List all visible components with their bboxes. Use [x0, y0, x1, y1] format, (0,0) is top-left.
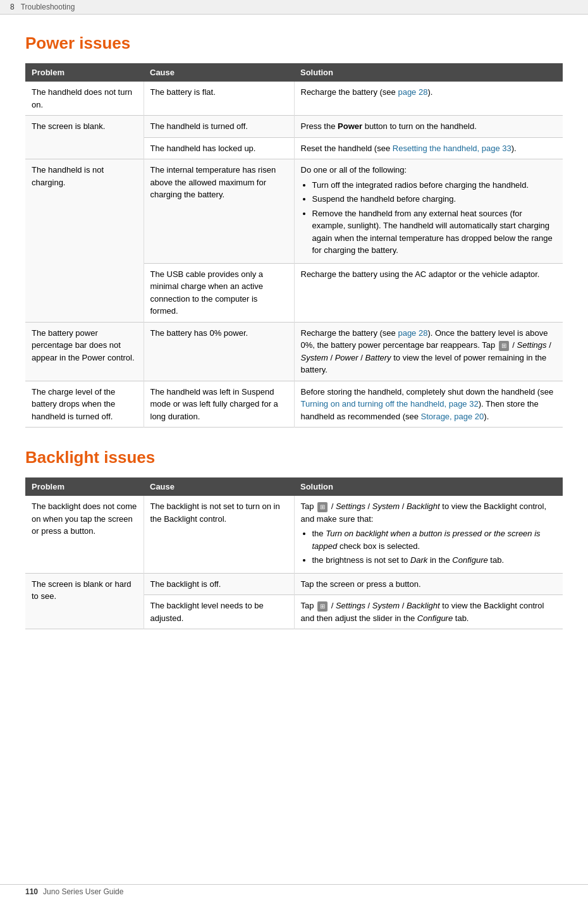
cause-cell: The handheld was left in Suspend mode or…: [144, 381, 294, 428]
solution-cell: Recharge the battery (see page 28).: [294, 82, 563, 116]
settings-icon: ⊞: [499, 341, 509, 351]
page-footer: 110 Juno Series User Guide: [0, 884, 588, 899]
table-row: The charge level of the battery drops wh…: [25, 381, 563, 428]
solution-cell: Before storing the handheld, completely …: [294, 381, 563, 428]
cause-cell: The handheld is turned off.: [144, 116, 294, 138]
page-content: Power issues Problem Cause Solution The …: [0, 15, 588, 675]
list-item: Turn off the integrated radios before ch…: [312, 179, 557, 192]
problem-cell: The charge level of the battery drops wh…: [25, 381, 144, 428]
power-issues-title: Power issues: [25, 34, 563, 53]
header-solution: Solution: [294, 63, 563, 82]
cause-cell: The backlight is not set to turn on in t…: [144, 496, 294, 573]
solution-cell: Press the Power button to turn on the ha…: [294, 116, 563, 138]
problem-cell: The battery power percentage bar does no…: [25, 322, 144, 381]
bold-text: Power: [338, 121, 362, 131]
solution-cell: Tap the screen or press a button.: [294, 573, 563, 595]
page-link[interactable]: Resetting the handheld, page 33: [393, 144, 511, 153]
table-row: The backlight does not come on when you …: [25, 496, 563, 573]
chapter-header: 8 Troubleshooting: [0, 0, 588, 15]
chapter-title-header: Troubleshooting: [21, 3, 75, 11]
solution-cell: Do one or all of the following: Turn off…: [294, 159, 563, 264]
cause-cell: The battery has 0% power.: [144, 322, 294, 381]
settings-icon: ⊞: [317, 601, 328, 612]
cause-cell: The handheld has locked up.: [144, 137, 294, 159]
table-row: The handheld does not turn on. The batte…: [25, 82, 563, 116]
cause-cell: The battery is flat.: [144, 82, 294, 116]
problem-cell: The handheld is not charging.: [25, 159, 144, 323]
solution-cell: Recharge the battery (see page 28). Once…: [294, 322, 563, 381]
solution-cell: Tap ⊞ / Settings / System / Backlight to…: [294, 595, 563, 629]
header-problem: Problem: [25, 477, 144, 496]
list-item: the brightness is not set to Dark in the…: [312, 554, 557, 567]
page-link[interactable]: page 28: [398, 87, 427, 97]
header-problem: Problem: [25, 63, 144, 82]
solution-cell: Reset the handheld (see Resetting the ha…: [294, 137, 563, 159]
backlight-issues-section: Backlight issues Problem Cause Solution …: [25, 448, 563, 629]
backlight-issues-title: Backlight issues: [25, 448, 563, 467]
header-cause: Cause: [144, 477, 294, 496]
table-row: The handheld is not charging. The intern…: [25, 159, 563, 264]
cause-cell: The backlight is off.: [144, 573, 294, 595]
power-issues-table: Problem Cause Solution The handheld does…: [25, 63, 563, 428]
table-header-row: Problem Cause Solution: [25, 63, 563, 82]
list-item: Remove the handheld from any external he…: [312, 207, 557, 257]
list-item: Suspend the handheld before charging.: [312, 193, 557, 206]
page-link[interactable]: Turning on and turning off the handheld,…: [301, 399, 479, 409]
book-title: Juno Series User Guide: [43, 887, 123, 896]
page-link[interactable]: Storage, page 20: [421, 412, 484, 421]
table-row: The screen is blank or hard to see. The …: [25, 573, 563, 595]
cause-cell: The internal temperature has risen above…: [144, 159, 294, 264]
page-number: 110: [25, 887, 38, 896]
header-solution: Solution: [294, 477, 563, 496]
problem-cell: The backlight does not come on when you …: [25, 496, 144, 573]
header-cause: Cause: [144, 63, 294, 82]
table-row: The screen is blank. The handheld is tur…: [25, 116, 563, 138]
solution-cell: Tap ⊞ / Settings / System / Backlight to…: [294, 496, 563, 573]
cause-cell: The USB cable provides only a minimal ch…: [144, 263, 294, 322]
cause-cell: The backlight level needs to be adjusted…: [144, 595, 294, 629]
list-item: the Turn on backlight when a button is p…: [312, 527, 557, 552]
settings-icon: ⊞: [317, 502, 328, 512]
chapter-number: 8: [10, 3, 15, 11]
solution-list: the Turn on backlight when a button is p…: [312, 527, 557, 567]
solution-cell: Recharge the battery using the AC adapto…: [294, 263, 563, 322]
solution-list: Turn off the integrated radios before ch…: [312, 179, 557, 257]
table-header-row: Problem Cause Solution: [25, 477, 563, 496]
problem-cell: The screen is blank or hard to see.: [25, 573, 144, 629]
problem-cell: The screen is blank.: [25, 116, 144, 159]
page-link[interactable]: page 28: [398, 328, 427, 338]
backlight-issues-table: Problem Cause Solution The backlight doe…: [25, 477, 563, 629]
problem-cell: The handheld does not turn on.: [25, 82, 144, 116]
power-issues-section: Power issues Problem Cause Solution The …: [25, 34, 563, 428]
table-row: The battery power percentage bar does no…: [25, 322, 563, 381]
